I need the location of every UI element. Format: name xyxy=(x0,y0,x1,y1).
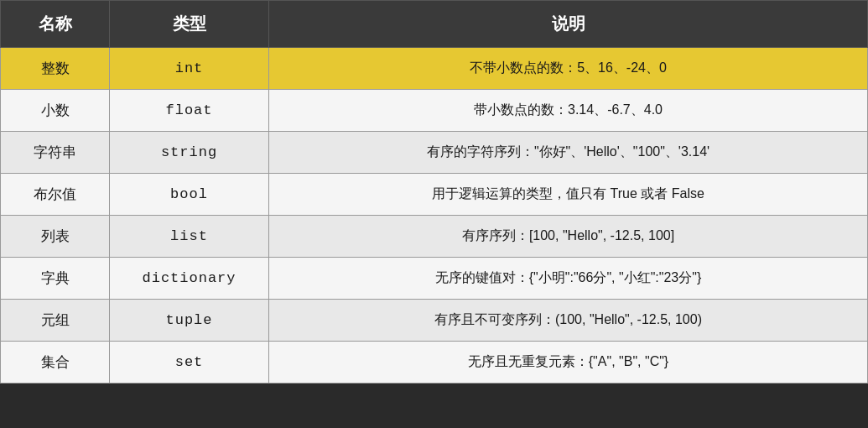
cell-name: 小数 xyxy=(1,90,110,132)
header-description: 说明 xyxy=(269,1,868,48)
table-header-row: 名称 类型 说明 xyxy=(1,1,868,48)
cell-type: set xyxy=(110,342,269,384)
table-row: 小数float带小数点的数：3.14、-6.7、4.0 xyxy=(1,90,868,132)
cell-description: 用于逻辑运算的类型，值只有 True 或者 False xyxy=(269,174,868,216)
table-row: 列表list有序序列：[100, "Hello", -12.5, 100] xyxy=(1,216,868,258)
cell-name: 字典 xyxy=(1,258,110,300)
cell-name: 元组 xyxy=(1,300,110,342)
cell-description: 有序且不可变序列：(100, "Hello", -12.5, 100) xyxy=(269,300,868,342)
cell-type: dictionary xyxy=(110,258,269,300)
cell-name: 布尔值 xyxy=(1,174,110,216)
cell-name: 列表 xyxy=(1,216,110,258)
cell-description: 无序且无重复元素：{"A", "B", "C"} xyxy=(269,342,868,384)
cell-description: 有序的字符序列："你好"、'Hello'、"100"、'3.14' xyxy=(269,132,868,174)
cell-type: float xyxy=(110,90,269,132)
header-type: 类型 xyxy=(110,1,269,48)
cell-description: 不带小数点的数：5、16、-24、0 xyxy=(269,48,868,90)
cell-description: 无序的键值对：{"小明":"66分", "小红":"23分"} xyxy=(269,258,868,300)
cell-type: string xyxy=(110,132,269,174)
cell-type: bool xyxy=(110,174,269,216)
header-name: 名称 xyxy=(1,1,110,48)
main-container: 名称 类型 说明 整数int不带小数点的数：5、16、-24、0小数float带… xyxy=(0,0,868,428)
cell-description: 有序序列：[100, "Hello", -12.5, 100] xyxy=(269,216,868,258)
cell-name: 整数 xyxy=(1,48,110,90)
cell-description: 带小数点的数：3.14、-6.7、4.0 xyxy=(269,90,868,132)
cell-name: 集合 xyxy=(1,342,110,384)
table-row: 字符串string有序的字符序列："你好"、'Hello'、"100"、'3.1… xyxy=(1,132,868,174)
cell-name: 字符串 xyxy=(1,132,110,174)
table-row: 集合set无序且无重复元素：{"A", "B", "C"} xyxy=(1,342,868,384)
table-row: 整数int不带小数点的数：5、16、-24、0 xyxy=(1,48,868,90)
data-table: 名称 类型 说明 整数int不带小数点的数：5、16、-24、0小数float带… xyxy=(0,0,868,384)
cell-type: tuple xyxy=(110,300,269,342)
table-row: 字典dictionary无序的键值对：{"小明":"66分", "小红":"23… xyxy=(1,258,868,300)
cell-type: int xyxy=(110,48,269,90)
cell-type: list xyxy=(110,216,269,258)
table-row: 元组tuple有序且不可变序列：(100, "Hello", -12.5, 10… xyxy=(1,300,868,342)
table-row: 布尔值bool用于逻辑运算的类型，值只有 True 或者 False xyxy=(1,174,868,216)
